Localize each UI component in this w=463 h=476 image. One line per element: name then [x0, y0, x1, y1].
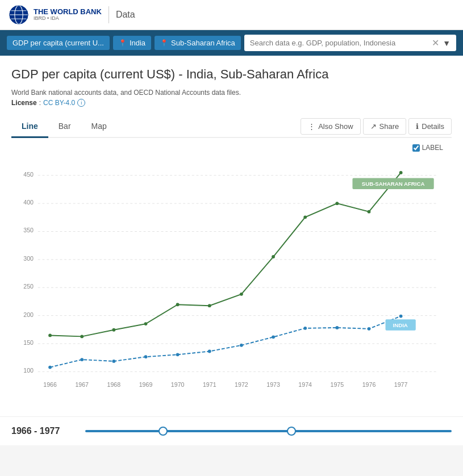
india-point [272, 335, 275, 339]
slider-track [85, 430, 452, 432]
chart-container: LABEL 450 400 350 300 250 200 150 100 [11, 138, 452, 411]
details-icon: ℹ [416, 122, 419, 131]
main-content: GDP per capita (current US$) - India, Su… [0, 56, 463, 416]
india-pin-icon: 📍 [119, 39, 127, 47]
svg-text:1974: 1974 [298, 381, 312, 388]
sub-saharan-point [144, 322, 148, 325]
tab-map[interactable]: Map [81, 116, 117, 138]
india-point [48, 366, 52, 369]
license-line: License : CC BY-4.0 i [11, 99, 452, 107]
svg-text:1977: 1977 [394, 381, 408, 388]
data-source-text: World Bank national accounts data, and O… [11, 89, 452, 97]
svg-text:200: 200 [23, 311, 34, 318]
svg-text:400: 400 [23, 199, 34, 206]
india-point [208, 350, 211, 353]
license-info-icon[interactable]: i [77, 99, 85, 107]
svg-text:1966: 1966 [43, 381, 57, 388]
sub-saharan-tag[interactable]: 📍 Sub-Saharan Africa [155, 36, 241, 50]
header-data-label: Data [116, 10, 135, 20]
svg-text:1973: 1973 [266, 381, 280, 388]
india-point [176, 353, 180, 356]
search-input[interactable] [250, 39, 428, 47]
slider-track-wrapper[interactable] [85, 425, 452, 437]
header: THE WORLD BANK IBRD • IDA Data [0, 0, 463, 30]
search-bar: GDP per capita (current U... 📍 India 📍 S… [0, 30, 463, 56]
sub-saharan-point [112, 328, 115, 332]
world-bank-globe-icon [9, 5, 29, 25]
sub-saharan-line [50, 173, 401, 336]
indicator-tag-label: GDP per capita (current U... [12, 39, 104, 47]
sub-saharan-point [208, 304, 211, 307]
tab-actions: ⋮ Also Show ↗ Share ℹ Details [301, 118, 452, 135]
sub-saharan-point [303, 215, 307, 219]
svg-text:250: 250 [23, 283, 34, 290]
svg-text:1972: 1972 [235, 381, 248, 388]
slider-handle-right[interactable] [287, 427, 296, 436]
svg-text:1976: 1976 [362, 381, 376, 388]
details-button[interactable]: ℹ Details [408, 118, 452, 135]
chart-tabs: Line Bar Map ⋮ Also Show ↗ Share ℹ Detai… [11, 116, 452, 138]
sub-saharan-tag-label: Sub-Saharan Africa [171, 39, 235, 47]
svg-text:1970: 1970 [171, 381, 185, 388]
svg-text:1967: 1967 [75, 381, 89, 388]
india-label-text: INDIA [393, 322, 408, 328]
license-label: License [11, 99, 37, 107]
also-show-icon: ⋮ [308, 122, 315, 131]
logo-text: THE WORLD BANK IBRD • IDA [34, 8, 102, 22]
india-point [303, 327, 307, 330]
year-range-label: 1966 - 1977 [11, 426, 74, 436]
sub-saharan-point [176, 303, 180, 306]
svg-text:350: 350 [23, 227, 34, 233]
india-tag-label: India [130, 39, 145, 47]
logo-area: THE WORLD BANK IBRD • IDA [9, 5, 102, 25]
india-point [240, 344, 243, 347]
tab-bar[interactable]: Bar [48, 116, 81, 138]
india-point [368, 327, 371, 331]
license-link[interactable]: CC BY-4.0 [43, 99, 75, 107]
search-dropdown-icon[interactable]: ▼ [443, 39, 451, 48]
page-title: GDP per capita (current US$) - India, Su… [11, 67, 452, 82]
sub-saharan-point [399, 171, 403, 174]
license-colon: : [39, 99, 41, 107]
svg-text:1969: 1969 [139, 381, 153, 388]
tab-line[interactable]: Line [11, 116, 48, 138]
svg-text:1971: 1971 [203, 381, 216, 388]
sub-saharan-point [368, 210, 371, 214]
svg-text:1975: 1975 [331, 381, 344, 388]
india-point [112, 360, 115, 363]
svg-text:150: 150 [23, 339, 34, 346]
sub-saharan-pin-icon: 📍 [160, 39, 168, 47]
chart-svg-wrapper: 450 400 350 300 250 200 150 100 1966 [17, 144, 446, 405]
sub-saharan-point [48, 334, 52, 337]
indicator-tag[interactable]: GDP per capita (current U... [7, 36, 110, 50]
header-divider [109, 6, 109, 23]
india-tag[interactable]: 📍 India [113, 36, 151, 50]
india-point [335, 326, 339, 329]
sub-saharan-point [272, 255, 275, 258]
india-line [50, 316, 401, 368]
share-button[interactable]: ↗ Share [363, 118, 407, 135]
sub-saharan-point [80, 335, 84, 338]
line-chart-svg: 450 400 350 300 250 200 150 100 1966 [17, 144, 446, 405]
sub-saharan-label-text: SUB-SAHARAN AFRICA [362, 181, 425, 187]
svg-text:450: 450 [23, 171, 34, 178]
share-icon: ↗ [370, 122, 377, 131]
india-point [144, 355, 148, 358]
search-input-area[interactable]: ✕ ▼ [244, 35, 456, 51]
sub-saharan-point [335, 202, 339, 205]
slider-handle-left[interactable] [158, 427, 168, 436]
also-show-button[interactable]: ⋮ Also Show [301, 118, 360, 135]
slider-area: 1966 - 1977 [0, 416, 463, 445]
svg-text:300: 300 [23, 255, 34, 262]
india-point [399, 315, 403, 318]
search-clear-icon[interactable]: ✕ [432, 37, 439, 48]
india-point [80, 358, 84, 361]
logo-title: THE WORLD BANK [34, 8, 102, 16]
sub-saharan-point [240, 293, 243, 296]
svg-text:100: 100 [23, 367, 34, 374]
svg-text:1968: 1968 [107, 381, 121, 388]
logo-subtitle: IBRD • IDA [34, 16, 102, 22]
